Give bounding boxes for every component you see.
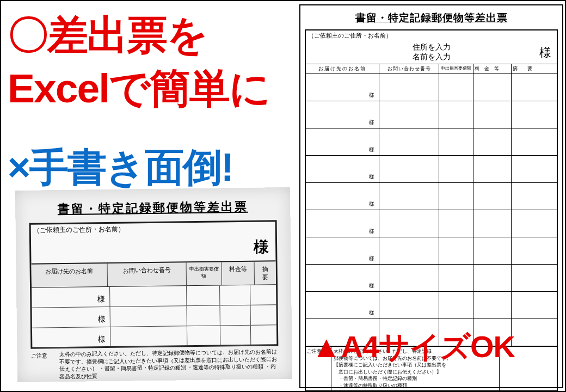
table-row: 様: [32, 305, 276, 328]
old-form-title: 書留・特定記録郵便物等差出票: [15, 187, 291, 221]
table-row: 様: [306, 291, 557, 318]
table-row: 様: [306, 237, 557, 264]
new-sender-sama: 様: [539, 45, 551, 61]
table-row: 様: [306, 74, 557, 101]
table-row: 様: [306, 128, 557, 155]
table-row: 様: [306, 182, 557, 210]
new-sender-label: （ご依頼主のご住所・お名前）: [306, 30, 557, 41]
table-row: 様: [306, 210, 557, 237]
table-row: 様: [32, 285, 276, 308]
headline-red: 〇差出票を Excelで簡単に: [8, 9, 270, 115]
table-row: 様: [306, 155, 557, 182]
old-notes: ご注意 太枠の中のみ記入ください。ただし、特定記録郵便物等については、お届け先の…: [30, 348, 279, 381]
new-header-row: お届け先のお名前 お問い合わせ番号 申出損害要償額 料 金 等 摘 要: [306, 64, 557, 74]
old-sender-sama: 様: [254, 236, 269, 257]
headline-a4-ok: ▲A4サイズOK: [311, 327, 515, 368]
new-form-title: 書留・特定記録郵便物等差出票: [300, 5, 562, 27]
table-row: 様: [306, 264, 557, 291]
headline-blue: ×手書き面倒!: [8, 142, 233, 194]
old-form-scan: 書留・特定記録郵便物等差出票 （ご依頼主のご住所・お名前） 様 お届け先のお名前…: [15, 187, 292, 382]
table-row: 様: [306, 101, 557, 128]
old-header-row: お届け先のお名前 お問い合わせ番号 申出損害要償額 料金等 摘 要: [32, 260, 276, 287]
new-sender-box: 住所を入力 名前を入力 様: [306, 41, 557, 64]
table-row: 様: [32, 325, 276, 348]
